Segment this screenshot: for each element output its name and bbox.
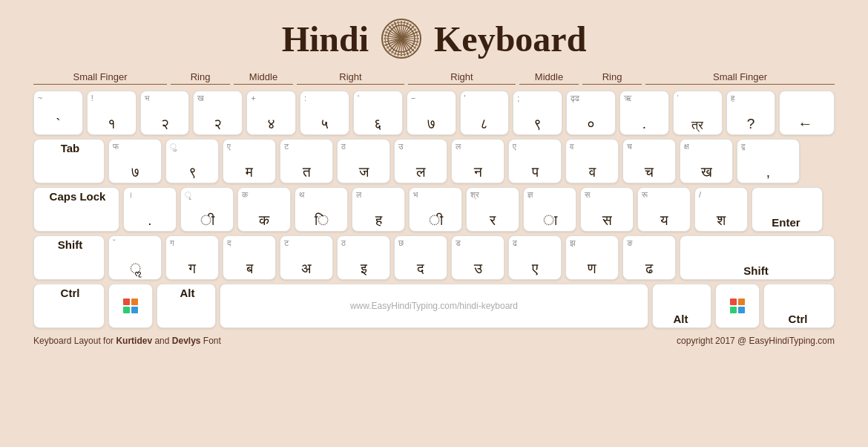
key-g[interactable]: ल ह <box>352 187 405 232</box>
keyboard-container: Small Finger Ring Middle Right Right Mid… <box>26 71 842 328</box>
key-4[interactable]: + ४ <box>246 91 296 135</box>
finger-label-middle-right: Middle <box>519 71 579 85</box>
key-o[interactable]: व व <box>565 139 619 183</box>
backspace-key[interactable]: ← <box>779 91 835 135</box>
key-l[interactable]: स स <box>580 187 634 232</box>
key-f[interactable]: थ ि <box>295 187 348 232</box>
key-r[interactable]: ट त <box>280 139 333 183</box>
key-6[interactable]: ' ६ <box>353 91 403 135</box>
caps-lock-key[interactable]: Caps Lock <box>33 187 119 232</box>
windows-logo-right <box>730 298 745 313</box>
title-keyboard: Keyboard <box>434 19 586 59</box>
ctrl-right-key[interactable]: Ctrl <box>763 284 835 328</box>
finger-label-right-index2: Right <box>408 71 516 85</box>
key-5[interactable]: : ५ <box>300 91 349 135</box>
key-b[interactable]: ठ इ <box>337 235 390 280</box>
key-slash[interactable]: ङ ढ <box>622 235 676 280</box>
key-3[interactable]: ख २ <box>193 91 243 135</box>
key-s[interactable]: ृ ी <box>180 187 234 232</box>
key-7[interactable]: − ७ <box>407 91 456 135</box>
key-0[interactable]: ढ्ढ ० <box>566 91 616 135</box>
key-bracket-right[interactable]: द्व , <box>737 139 800 183</box>
key-2[interactable]: भ २ <box>140 91 190 135</box>
key-m[interactable]: ड उ <box>451 235 504 280</box>
tab-key[interactable]: Tab <box>33 139 105 183</box>
key-q[interactable]: फ ७ <box>108 139 162 183</box>
key-d[interactable]: क क <box>237 187 291 232</box>
key-equals[interactable]: ' त्र <box>673 91 723 135</box>
title-area: Hindi Keyboard <box>282 18 587 59</box>
finger-label-small-right: Small Finger <box>645 71 835 85</box>
key-period[interactable]: झ ण <box>565 235 619 280</box>
key-semicolon[interactable]: रू य <box>637 187 691 232</box>
finger-labels-row: Small Finger Ring Middle Right Right Mid… <box>33 71 835 85</box>
caps-row: Caps Lock । . ृ ी क क <box>33 187 835 232</box>
finger-label-middle-left: Middle <box>234 71 293 85</box>
finger-label-small-left: Small Finger <box>33 71 167 85</box>
space-key[interactable]: www.EasyHindiTyping.com/hindi-keyboard <box>220 284 648 328</box>
alt-left-key[interactable]: Alt <box>157 284 216 328</box>
keyboard-rows: ~ ` ! १ भ २ ख २ <box>33 91 835 328</box>
key-comma[interactable]: ढ ए <box>508 235 562 280</box>
key-c[interactable]: द ब <box>223 235 276 280</box>
key-z[interactable]: ˇ ॢ <box>108 235 162 280</box>
key-e[interactable]: ए म <box>223 139 276 183</box>
shift-row: Shift ˇ ॢ ग ग द ब <box>33 235 835 280</box>
footer: Keyboard Layout for Kurtidev and Devlys … <box>26 336 842 346</box>
key-bracket-left[interactable]: क्ष ख <box>680 139 733 183</box>
title-hindi: Hindi <box>282 19 369 59</box>
ctrl-left-key[interactable]: Ctrl <box>33 284 105 328</box>
ashoka-chakra <box>381 18 422 59</box>
key-quote[interactable]: / श <box>694 187 748 232</box>
finger-label-right-index: Right <box>297 71 404 85</box>
key-1[interactable]: ! १ <box>87 91 137 135</box>
key-j[interactable]: श्र र <box>466 187 519 232</box>
windows-logo-left <box>123 298 138 313</box>
shift-right-key[interactable]: Shift <box>680 235 835 280</box>
enter-key[interactable]: Enter <box>752 187 823 232</box>
key-9[interactable]: ; ९ <box>513 91 562 135</box>
key-h[interactable]: भ ी <box>409 187 462 232</box>
key-p[interactable]: च च <box>622 139 676 183</box>
key-minus[interactable]: ऋ . <box>619 91 669 135</box>
key-t[interactable]: ठ ज <box>337 139 390 183</box>
windows-left-key[interactable] <box>108 284 153 328</box>
footer-right: copyright 2017 @ EasyHindiTyping.com <box>677 336 835 346</box>
bottom-row: Ctrl Alt www.EasyHindiTyping.com/hindi-k… <box>33 284 835 328</box>
shift-left-key[interactable]: Shift <box>33 235 105 280</box>
key-y[interactable]: उ ल <box>394 139 447 183</box>
key-8[interactable]: ' ८ <box>460 91 510 135</box>
tab-row: Tab फ ७ ु ९ ए म <box>33 139 835 183</box>
key-n[interactable]: छ द <box>394 235 447 280</box>
finger-label-ring-right: Ring <box>582 71 642 85</box>
key-x[interactable]: ग ग <box>165 235 219 280</box>
key-backtick[interactable]: ~ ` <box>33 91 83 135</box>
alt-right-key[interactable]: Alt <box>652 284 711 328</box>
url-label: www.EasyHindiTyping.com/hindi-keyboard <box>350 301 518 311</box>
windows-right-key[interactable] <box>715 284 760 328</box>
key-a[interactable]: । . <box>123 187 177 232</box>
footer-left: Keyboard Layout for Kurtidev and Devlys … <box>33 336 221 346</box>
key-w[interactable]: ु ९ <box>165 139 219 183</box>
key-bracket-open[interactable]: ह ? <box>726 91 776 135</box>
number-row: ~ ` ! १ भ २ ख २ <box>33 91 835 135</box>
key-v[interactable]: ट अ <box>280 235 333 280</box>
finger-label-ring-left: Ring <box>171 71 230 85</box>
key-k[interactable]: ज्ञ ा <box>523 187 576 232</box>
key-i[interactable]: ए प <box>508 139 562 183</box>
key-u[interactable]: ल न <box>451 139 504 183</box>
